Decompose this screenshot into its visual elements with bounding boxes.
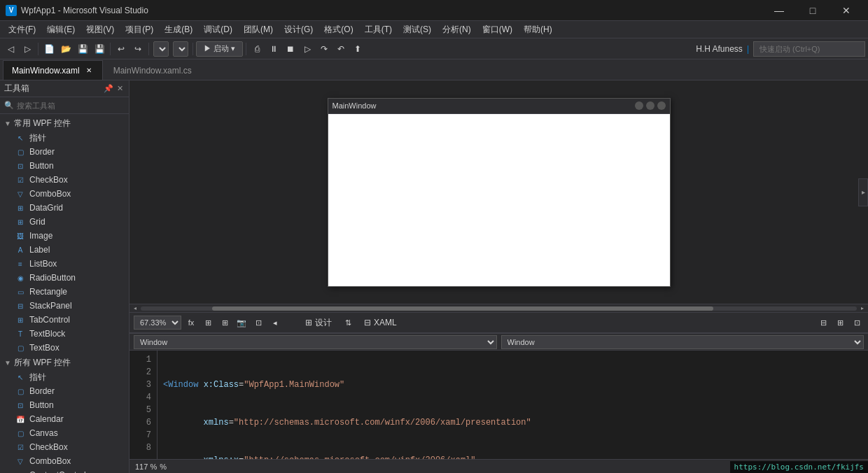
toolbox-item-all-cursor[interactable]: ↖ 指针 (0, 370, 129, 384)
toolbox-item-tabcontrol[interactable]: ⊞ TabControl (0, 313, 129, 327)
hscroll-left[interactable]: ◂ (131, 305, 139, 312)
right-collapse-btn[interactable]: ▸ (858, 178, 868, 206)
tab-mainwindow-xaml-cs[interactable]: MainWindow.xaml.cs (104, 60, 201, 80)
toolbar-btn-1[interactable]: ⎙ (249, 41, 265, 57)
layout-btn-1[interactable]: ⊟ (816, 316, 830, 330)
grid-toggle-btn[interactable]: ⊞ (201, 316, 215, 330)
platform-selector[interactable]: Any CPU (173, 41, 188, 57)
toolbox-item-textbox[interactable]: ▢ TextBox (0, 341, 129, 355)
toolbar-btn-2[interactable]: ⏸ (266, 41, 281, 57)
menu-design[interactable]: 设计(G) (279, 22, 318, 37)
item-label: RadioButton (29, 273, 76, 283)
toolbox-item-all-checkbox[interactable]: ☑ CheckBox (0, 440, 129, 454)
toolbar-btn-6[interactable]: ↶ (333, 41, 349, 57)
formula-bar-btn[interactable]: fx (184, 316, 198, 330)
left-arrow-btn[interactable]: ◂ (268, 316, 282, 330)
menu-tools[interactable]: 工具(T) (359, 22, 398, 37)
layout-btn-2[interactable]: ⊞ (833, 316, 847, 330)
close-button[interactable]: ✕ (830, 0, 862, 21)
toolbox-item-all-combobox[interactable]: ▽ ComboBox (0, 454, 129, 468)
hscroll-right[interactable]: ▸ (858, 305, 867, 312)
layout-btn-3[interactable]: ⊡ (850, 316, 864, 330)
wp-max-btn[interactable] (646, 101, 654, 110)
menu-analyze[interactable]: 分析(N) (437, 22, 477, 37)
toolbox-group-all[interactable]: ▼ 所有 WPF 控件 (0, 355, 129, 370)
maximize-button[interactable]: □ (797, 0, 829, 21)
wp-close-btn[interactable] (657, 101, 666, 110)
type-selector-left[interactable]: Window (134, 335, 497, 349)
toolbox-item-datagrid[interactable]: ⊞ DataGrid (0, 201, 129, 215)
toolbox-item-all-contentcontrol[interactable]: ⊡ ContentControl (0, 468, 129, 473)
toolbox-item-button[interactable]: ⊡ Button (0, 159, 129, 173)
xaml-view-btn[interactable]: ⊟ XAML (358, 315, 403, 330)
type-selector-right[interactable]: Window (501, 335, 864, 349)
config-selector[interactable]: Debug (153, 41, 169, 57)
hscroll-track[interactable] (141, 306, 857, 311)
new-btn[interactable]: 📄 (41, 41, 57, 57)
toolbar-btn-4[interactable]: ▷ (300, 41, 315, 57)
minimize-button[interactable]: — (763, 0, 795, 21)
toolbox-item-stackpanel[interactable]: ⊟ StackPanel (0, 299, 129, 313)
toolbox-item-radiobutton[interactable]: ◉ RadioButton (0, 271, 129, 285)
menu-window[interactable]: 窗口(W) (477, 22, 518, 37)
toolbox-item-all-canvas[interactable]: ▢ Canvas (0, 426, 129, 440)
tab-close-0[interactable]: ✕ (84, 66, 94, 76)
menu-help[interactable]: 帮助(H) (518, 22, 558, 37)
designer-hscroll[interactable]: ◂ ▸ (130, 304, 868, 312)
sync-btn[interactable]: ⇅ (341, 316, 355, 330)
toolbox-search-input[interactable] (17, 101, 125, 110)
code-lines[interactable]: <Window x:Class="WpfApp1.MainWindow" xml… (158, 351, 868, 459)
toolbox-item-all-border[interactable]: ▢ Border (0, 384, 129, 398)
toolbox-item-image[interactable]: 🖼 Image (0, 229, 129, 243)
toolbox-item-textblock[interactable]: T TextBlock (0, 327, 129, 341)
zoom-selector[interactable]: 67.33% (134, 316, 181, 330)
line-num-2: 2 (135, 366, 151, 379)
wp-min-btn[interactable] (635, 101, 643, 110)
menu-format[interactable]: 格式(O) (318, 22, 358, 37)
fit-btn[interactable]: ⊡ (251, 316, 265, 330)
code-editor[interactable]: 1 2 3 4 5 6 7 8 <Window x:Class="WpfApp1… (130, 351, 868, 459)
toolbox-item-all-button[interactable]: ⊡ Button (0, 398, 129, 412)
open-btn[interactable]: 📂 (58, 41, 74, 57)
toolbar-btn-7[interactable]: ⬆ (350, 41, 365, 57)
toolbox-item-listbox[interactable]: ≡ ListBox (0, 257, 129, 271)
menu-debug[interactable]: 调试(D) (198, 22, 238, 37)
toolbox-item-grid[interactable]: ⊞ Grid (0, 215, 129, 229)
camera-btn[interactable]: 📷 (234, 316, 248, 330)
undo-btn[interactable]: ↩ (113, 41, 129, 57)
menu-file[interactable]: 文件(F) (3, 22, 41, 37)
redo-btn[interactable]: ↪ (130, 41, 146, 57)
snap-btn[interactable]: ⊞ (218, 316, 232, 330)
save-btn[interactable]: 💾 (75, 41, 90, 57)
toolbox-group-common[interactable]: ▼ 常用 WPF 控件 (0, 115, 129, 131)
menu-project[interactable]: 项目(P) (120, 22, 159, 37)
toolbar-btn-5[interactable]: ↷ (316, 41, 332, 57)
menu-test[interactable]: 测试(S) (398, 22, 437, 37)
back-btn[interactable]: ◁ (3, 41, 18, 57)
menu-team[interactable]: 团队(M) (238, 22, 279, 37)
menu-edit[interactable]: 编辑(E) (41, 22, 80, 37)
toolbar: ◁ ▷ 📄 📂 💾 💾 ↩ ↪ Debug Any CPU ▶ 启动 ▾ ⎙ ⏸… (0, 38, 868, 59)
formula-icon: fx (188, 318, 195, 327)
line-num-6: 6 (135, 416, 151, 429)
toolbox-pin-btn[interactable]: 📌 (104, 84, 113, 94)
toolbox-item-cursor[interactable]: ↖ 指针 (0, 131, 129, 145)
toolbox-item-all-calendar[interactable]: 📅 Calendar (0, 412, 129, 426)
design-view-btn[interactable]: ⊞ 设计 (299, 315, 338, 330)
toolbox-item-border[interactable]: ▢ Border (0, 145, 129, 159)
toolbox-item-rectangle[interactable]: ▭ Rectangle (0, 285, 129, 299)
menu-view[interactable]: 视图(V) (80, 22, 120, 37)
toolbox-item-checkbox[interactable]: ☑ CheckBox (0, 173, 129, 187)
listbox-icon: ≡ (15, 259, 25, 269)
tab-mainwindow-xaml[interactable]: MainWindow.xaml ✕ (3, 60, 103, 80)
save-all-btn[interactable]: 💾 (92, 41, 107, 57)
start-button[interactable]: ▶ 启动 ▾ (196, 41, 243, 57)
toolbox-item-label[interactable]: A Label (0, 243, 129, 257)
menu-build[interactable]: 生成(B) (159, 22, 198, 37)
forward-btn[interactable]: ▷ (20, 41, 35, 57)
quick-search-input[interactable] (753, 41, 865, 57)
all-combobox-icon: ▽ (15, 456, 25, 466)
toolbar-btn-3[interactable]: ⏹ (283, 41, 298, 57)
toolbox-item-combobox[interactable]: ▽ ComboBox (0, 187, 129, 201)
toolbox-close-btn[interactable]: ✕ (115, 84, 125, 94)
